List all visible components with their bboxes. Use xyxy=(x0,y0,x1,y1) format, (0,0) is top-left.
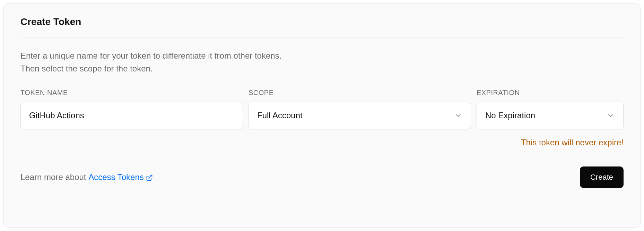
expiration-select[interactable]: No Expiration xyxy=(477,102,624,129)
expiration-value: No Expiration xyxy=(485,111,535,120)
scope-field: SCOPE Full Account xyxy=(249,89,471,129)
chevron-down-icon xyxy=(607,111,615,120)
create-button[interactable]: Create xyxy=(580,166,624,188)
divider-top xyxy=(20,37,624,37)
description-line-1: Enter a unique name for your token to di… xyxy=(20,51,281,60)
expiration-warning: This token will never expire! xyxy=(521,138,624,147)
token-name-label: TOKEN NAME xyxy=(20,89,243,97)
token-name-field: TOKEN NAME xyxy=(20,89,243,129)
expiration-field: EXPIRATION No Expiration xyxy=(477,89,624,129)
scope-label: SCOPE xyxy=(249,89,471,97)
scope-value: Full Account xyxy=(257,111,303,120)
chevron-down-icon xyxy=(454,111,462,120)
learn-more-text: Learn more about Access Tokens xyxy=(20,172,153,182)
link-text: Access Tokens xyxy=(88,172,144,182)
card-title: Create Token xyxy=(20,16,624,27)
learn-more-prefix: Learn more about xyxy=(20,172,88,182)
divider-bottom xyxy=(20,156,624,156)
expiration-label: EXPIRATION xyxy=(477,89,624,97)
create-token-card: Create Token Enter a unique name for you… xyxy=(3,3,641,228)
scope-select[interactable]: Full Account xyxy=(249,102,471,129)
card-description: Enter a unique name for your token to di… xyxy=(20,49,624,75)
token-name-input[interactable] xyxy=(20,102,243,129)
access-tokens-link[interactable]: Access Tokens xyxy=(88,172,153,182)
fields-row: TOKEN NAME SCOPE Full Account EXPIRATION… xyxy=(20,89,624,129)
description-line-2: Then select the scope for the token. xyxy=(20,64,153,73)
external-link-icon xyxy=(146,174,153,181)
warning-row: This token will never expire! xyxy=(20,138,624,147)
svg-line-0 xyxy=(149,176,152,179)
card-footer: Learn more about Access Tokens Create xyxy=(20,166,624,188)
